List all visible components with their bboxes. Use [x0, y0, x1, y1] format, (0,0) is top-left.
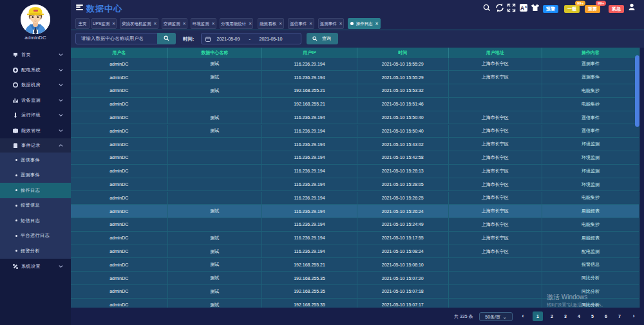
- svg-text:A: A: [520, 5, 525, 12]
